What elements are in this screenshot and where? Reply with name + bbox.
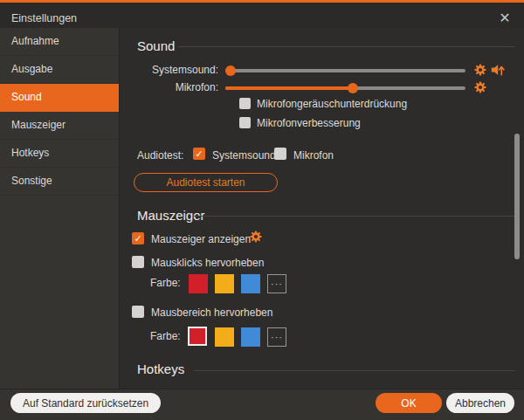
check-icon: ✓ xyxy=(195,149,203,159)
audiotest-systemsound-label: Systemsound xyxy=(212,149,276,162)
mikrofon-slider[interactable] xyxy=(225,83,465,93)
click-color-blue-swatch[interactable] xyxy=(241,274,260,293)
volume-up-speaker-icon[interactable] xyxy=(490,62,507,78)
audiotest-mikrofon-label: Mikrofon xyxy=(293,149,334,162)
noise-suppression-label: Mikrofongeräuschunterdrückung xyxy=(257,98,407,110)
highlight-area-label: Mausbereich hervorheben xyxy=(151,306,272,319)
vertical-scrollbar-thumb[interactable] xyxy=(514,134,520,259)
area-color-more-button[interactable]: ··· xyxy=(267,327,286,347)
audiotest-start-button[interactable]: Audiotest starten xyxy=(134,173,278,192)
sound-section-title: Sound xyxy=(137,38,175,53)
systemsound-label: Systemsound: xyxy=(122,64,218,76)
sidebar-item-label: Ausgabe xyxy=(11,63,52,75)
area-color-red-swatch[interactable] xyxy=(188,327,207,346)
close-icon[interactable]: ✕ xyxy=(495,8,514,27)
show-pointer-checkbox[interactable]: ✓ xyxy=(132,232,144,244)
hotkeys-section-title: Hotkeys xyxy=(137,361,184,376)
cancel-button[interactable]: Abbrechen xyxy=(446,393,514,413)
audiotest-systemsound-checkbox[interactable]: ✓ xyxy=(193,148,205,160)
sidebar-item-mauszeiger[interactable]: Mauszeiger xyxy=(0,112,119,140)
ok-button[interactable]: OK xyxy=(376,393,442,413)
settings-dialog: Einstellungen ✕ Aufnahme Ausgabe Sound M… xyxy=(0,0,524,420)
area-color-label: Farbe: xyxy=(150,330,181,342)
check-icon: ✓ xyxy=(134,234,141,244)
noise-suppression-checkbox[interactable]: ✓ xyxy=(239,98,251,109)
sidebar-item-label: Sonstige xyxy=(11,175,52,187)
area-color-blue-swatch[interactable] xyxy=(241,327,260,347)
sidebar: Aufnahme Ausgabe Sound Mauszeiger Hotkey… xyxy=(0,28,120,389)
highlight-clicks-label: Mausklicks hervorheben xyxy=(151,257,264,269)
slider-track[interactable] xyxy=(225,69,465,72)
systemsound-settings-gear-icon[interactable] xyxy=(473,63,487,77)
click-color-label: Farbe: xyxy=(150,277,181,289)
sidebar-item-hotkeys[interactable]: Hotkeys xyxy=(0,140,119,168)
pointer-settings-gear-icon[interactable] xyxy=(249,230,263,244)
area-color-yellow-swatch[interactable] xyxy=(215,327,234,347)
show-pointer-label: Mauszeiger anzeigen xyxy=(151,233,251,245)
mikrofon-settings-gear-icon[interactable] xyxy=(473,80,487,94)
section-divider xyxy=(177,46,515,47)
highlight-clicks-checkbox[interactable]: ✓ xyxy=(132,256,144,268)
slider-handle[interactable] xyxy=(348,83,358,93)
sidebar-item-sound[interactable]: Sound xyxy=(0,84,119,112)
reset-defaults-button[interactable]: Auf Standard zurücksetzen xyxy=(10,393,161,413)
title-bar: Einstellungen ✕ xyxy=(0,3,524,28)
systemsound-slider[interactable] xyxy=(225,65,465,76)
slider-fill xyxy=(225,69,231,72)
highlight-area-checkbox[interactable]: ✓ xyxy=(132,306,144,318)
mic-enhancement-label: Mikrofonverbesserung xyxy=(257,117,361,129)
mic-enhancement-checkbox[interactable]: ✓ xyxy=(239,117,251,128)
mikrofon-label: Mikrofon: xyxy=(122,81,218,93)
sidebar-item-label: Aufnahme xyxy=(11,35,59,47)
sidebar-item-label: Sound xyxy=(11,91,42,103)
slider-handle[interactable] xyxy=(225,65,236,76)
section-divider xyxy=(194,216,515,217)
sidebar-item-ausgabe[interactable]: Ausgabe xyxy=(0,56,119,84)
footer-bar: Auf Standard zurücksetzen OK Abbrechen xyxy=(0,389,524,420)
slider-track[interactable] xyxy=(225,86,465,90)
audiotest-mikrofon-checkbox[interactable]: ✓ xyxy=(274,148,286,160)
click-color-red-swatch[interactable] xyxy=(189,274,208,293)
sidebar-item-sonstige[interactable]: Sonstige xyxy=(0,168,119,196)
audiotest-label: Audiotest: xyxy=(137,149,183,162)
click-color-yellow-swatch[interactable] xyxy=(215,274,234,293)
slider-fill xyxy=(225,86,353,90)
sidebar-item-label: Mauszeiger xyxy=(11,119,66,131)
click-color-more-button[interactable]: ··· xyxy=(267,274,286,293)
section-divider xyxy=(194,370,515,371)
sidebar-item-label: Hotkeys xyxy=(11,147,49,159)
sidebar-item-aufnahme[interactable]: Aufnahme xyxy=(0,28,119,56)
dialog-title: Einstellungen xyxy=(11,12,77,24)
